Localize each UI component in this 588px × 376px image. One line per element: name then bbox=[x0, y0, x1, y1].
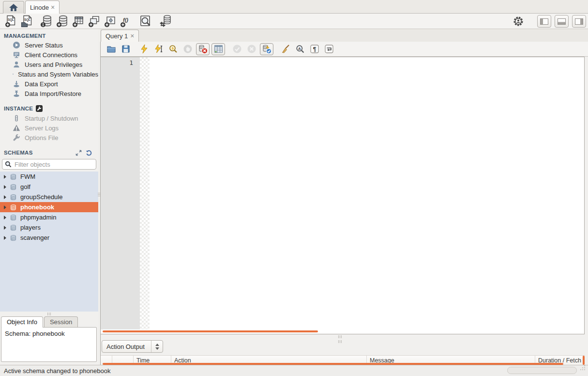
schema-inspector-button[interactable] bbox=[38, 15, 54, 28]
schema-db-icon bbox=[10, 224, 17, 231]
create-schema-button[interactable] bbox=[54, 15, 70, 28]
execute-current-icon bbox=[154, 44, 164, 54]
commit-transaction-button[interactable] bbox=[230, 43, 244, 55]
schema-item-selected[interactable]: phonebook bbox=[0, 202, 98, 212]
tab-query-1[interactable]: Query 1 × bbox=[101, 30, 139, 42]
schema-db-icon bbox=[10, 184, 17, 190]
sidebar-panel-splitter[interactable] bbox=[0, 312, 98, 316]
svg-text:SQL: SQL bbox=[8, 17, 14, 21]
expander-triangle-icon[interactable] bbox=[4, 236, 6, 240]
create-procedure-button[interactable] bbox=[102, 15, 118, 28]
sidebar-item-label: Users and Privileges bbox=[25, 61, 82, 68]
expander-triangle-icon[interactable] bbox=[4, 216, 6, 219]
schema-item[interactable]: golf bbox=[0, 182, 98, 192]
expander-triangle-icon[interactable] bbox=[4, 205, 6, 209]
execute-current-statement-button[interactable] bbox=[151, 43, 166, 55]
toggle-autocommit-button[interactable] bbox=[260, 43, 273, 55]
stop-execution-button[interactable] bbox=[181, 43, 195, 55]
sidebar-item-data-export[interactable]: Data Export bbox=[0, 79, 98, 89]
startup-shutdown-icon bbox=[13, 114, 20, 122]
schema-item[interactable]: scavenger bbox=[0, 233, 98, 243]
output-view-selector[interactable]: Action Output bbox=[102, 340, 163, 353]
sidebar-item-server-logs[interactable]: Server Logs bbox=[0, 123, 98, 133]
expander-triangle-icon[interactable] bbox=[4, 175, 6, 179]
schema-filter[interactable] bbox=[2, 159, 96, 170]
sql-editor[interactable]: 1 bbox=[100, 57, 585, 334]
create-procedure-icon bbox=[104, 15, 116, 28]
explain-plan-button[interactable] bbox=[166, 43, 181, 55]
schemas-header: SCHEMAS bbox=[0, 142, 98, 157]
tab-session[interactable]: Session bbox=[44, 316, 78, 328]
toggle-right-sidebar-button[interactable] bbox=[572, 15, 586, 28]
schema-item[interactable]: players bbox=[0, 222, 98, 233]
schema-name: golf bbox=[20, 183, 30, 190]
execute-icon bbox=[139, 44, 149, 54]
sidebar-item-users-privileges[interactable]: Users and Privileges bbox=[0, 60, 98, 69]
beautify-script-button[interactable] bbox=[278, 43, 293, 55]
rollback-transaction-button[interactable] bbox=[244, 43, 259, 55]
reconnect-dbms-icon bbox=[159, 15, 171, 28]
schema-name: FWM bbox=[20, 173, 35, 180]
sidebar-item-label: Status and System Variables bbox=[18, 71, 98, 78]
search-icon bbox=[5, 161, 12, 168]
info-panel-tabs: Object Info Session bbox=[0, 316, 98, 328]
schema-item[interactable]: FWM bbox=[0, 172, 98, 182]
find-panel-button[interactable]: A bbox=[293, 43, 307, 55]
search-objects-button[interactable] bbox=[137, 15, 153, 28]
object-info-panel: Schema: phonebook bbox=[1, 327, 97, 362]
tab-object-info[interactable]: Object Info bbox=[1, 316, 43, 328]
editor-margin-strip bbox=[140, 57, 150, 329]
sidebar-item-options-file[interactable]: Options File bbox=[0, 133, 98, 142]
toggle-bottom-panel-button[interactable] bbox=[555, 15, 569, 28]
output-splitter[interactable] bbox=[338, 335, 342, 343]
output-view-selector-value: Action Output bbox=[106, 343, 145, 350]
close-tab-icon[interactable]: × bbox=[130, 32, 134, 39]
instance-header: INSTANCE bbox=[0, 98, 98, 113]
refresh-icon[interactable] bbox=[86, 149, 92, 156]
toggle-stop-on-error-button[interactable] bbox=[196, 43, 210, 55]
limit-rows-button[interactable] bbox=[211, 43, 225, 55]
new-sql-tab-icon: SQL bbox=[5, 15, 17, 28]
create-function-icon: f() bbox=[120, 15, 132, 28]
search-objects-icon bbox=[139, 15, 152, 28]
show-invisibles-button[interactable]: ¶ bbox=[307, 43, 322, 55]
expander-triangle-icon[interactable] bbox=[4, 226, 6, 230]
toggle-bottom-panel-icon bbox=[558, 18, 566, 25]
create-table-button[interactable] bbox=[70, 15, 86, 28]
expand-icon[interactable] bbox=[75, 150, 82, 156]
open-script-button[interactable] bbox=[104, 43, 119, 55]
expander-triangle-icon[interactable] bbox=[4, 185, 6, 189]
combo-spinner-icon[interactable] bbox=[151, 341, 163, 352]
expander-triangle-icon[interactable] bbox=[4, 195, 6, 199]
connection-tab[interactable]: Linode × bbox=[25, 0, 60, 14]
schema-db-icon bbox=[10, 214, 17, 221]
reconnect-dbms-button[interactable] bbox=[157, 15, 173, 28]
sidebar-item-data-import[interactable]: Data Import/Restore bbox=[0, 89, 98, 98]
editor-horizontal-scrollbar[interactable] bbox=[103, 330, 318, 332]
schema-item[interactable]: phpmyadmin bbox=[0, 212, 98, 222]
sidebar-item-startup-shutdown[interactable]: Startup / Shutdown bbox=[0, 113, 98, 123]
status-bar: Active schema changed to phonebook bbox=[0, 365, 588, 376]
create-function-button[interactable]: f() bbox=[118, 15, 134, 28]
schema-item[interactable]: groupSchedule bbox=[0, 192, 98, 202]
status-message: Active schema changed to phonebook bbox=[4, 367, 110, 375]
sidebar-item-system-variables[interactable]: Status and System Variables bbox=[0, 69, 98, 79]
sidebar-item-server-status[interactable]: Server Status bbox=[0, 40, 98, 50]
home-tab[interactable] bbox=[3, 1, 24, 14]
execute-statements-button[interactable] bbox=[137, 43, 151, 55]
save-script-button[interactable] bbox=[119, 43, 133, 55]
create-view-button[interactable] bbox=[86, 15, 102, 28]
close-tab-icon[interactable]: × bbox=[51, 4, 55, 11]
resize-grip-icon[interactable] bbox=[580, 369, 581, 370]
output-vertical-scrollbar[interactable] bbox=[583, 356, 585, 365]
toggle-word-wrap-button[interactable] bbox=[322, 43, 336, 55]
sidebar-item-client-connections[interactable]: Client Connections bbox=[0, 50, 98, 60]
new-sql-tab-button[interactable]: SQL bbox=[3, 15, 19, 28]
open-sql-script-button[interactable]: SQL bbox=[19, 15, 35, 28]
toggle-left-sidebar-icon bbox=[540, 18, 548, 25]
schema-filter-input[interactable] bbox=[14, 160, 93, 169]
preferences-button[interactable] bbox=[512, 15, 525, 28]
wrench-badge-icon bbox=[36, 105, 43, 112]
toggle-left-sidebar-button[interactable] bbox=[537, 15, 551, 28]
svg-text:A: A bbox=[298, 47, 301, 51]
